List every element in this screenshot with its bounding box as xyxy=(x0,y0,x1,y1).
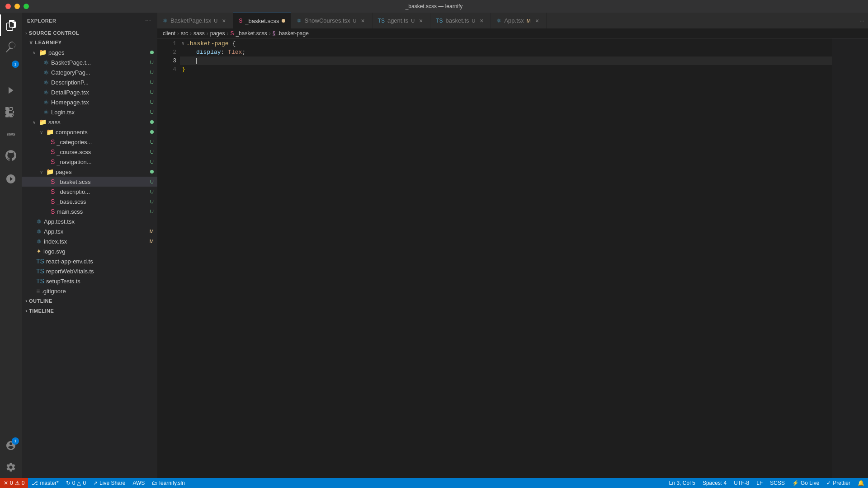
folder-components[interactable]: ∨ 📁 components xyxy=(22,127,157,137)
tsx-icon: ⚛ xyxy=(43,89,49,96)
activity-liveshare[interactable] xyxy=(0,168,22,190)
learnify-section[interactable]: ∨ LEARNIFY xyxy=(22,38,157,47)
tab-basketpage[interactable]: ⚛ BasketPage.tsx U × xyxy=(157,13,233,28)
code-line-4: } xyxy=(180,65,832,74)
file-app-test[interactable]: ⚛ App.test.tsx xyxy=(22,216,157,226)
status-liveshare[interactable]: ↗ Live Share xyxy=(90,478,129,488)
file-main-scss[interactable]: S main.scss U xyxy=(22,206,157,216)
source-control-section[interactable]: › SOURCE CONTROL xyxy=(22,28,157,38)
folder-sass-pages[interactable]: ∨ 📁 pages xyxy=(22,167,157,177)
breadcrumb-sass[interactable]: sass xyxy=(193,30,205,37)
activity-github[interactable] xyxy=(0,145,22,166)
folder-pages[interactable]: ∨ 📁 pages xyxy=(22,47,157,57)
file-homepage[interactable]: ⚛ Homepage.tsx U xyxy=(22,97,157,107)
file-categories[interactable]: S _categories... U xyxy=(22,137,157,147)
prop-display: display xyxy=(196,48,221,56)
course-badge: U xyxy=(150,149,154,155)
tab-showcourses[interactable]: ⚛ ShowCourses.tsx U × xyxy=(291,13,372,28)
scss-icon: S xyxy=(51,138,55,145)
file-categorypage[interactable]: ⚛ CategoryPag... U xyxy=(22,67,157,77)
error-count: 0 xyxy=(10,480,13,486)
components-dot xyxy=(150,130,154,134)
activity-account[interactable]: 1 xyxy=(0,435,22,456)
status-notification[interactable]: 🔔 xyxy=(854,478,868,488)
timeline-section[interactable]: › TIMELINE xyxy=(22,306,157,316)
file-report-web-vitals[interactable]: TS reportWebVitals.ts xyxy=(22,266,157,276)
status-errors-warnings[interactable]: ✕ 0 ⚠ 0 xyxy=(0,478,28,488)
file-basket-scss[interactable]: S _basket.scss U xyxy=(22,177,157,187)
tab-showcourses-close[interactable]: × xyxy=(359,17,367,24)
report-web-vitals-name: reportWebVitals.ts xyxy=(46,268,157,275)
file-detailpage[interactable]: ⚛ DetailPage.tsx U xyxy=(22,87,157,97)
tab-app-tsx[interactable]: ⚛ App.tsx M × xyxy=(491,13,547,28)
description-scss-badge: U xyxy=(150,189,154,194)
tab-basket-ts[interactable]: TS basket.ts U × xyxy=(430,13,491,28)
status-language[interactable]: SCSS xyxy=(766,478,788,488)
tab-basket-ts-close[interactable]: × xyxy=(478,17,485,24)
breadcrumb-src[interactable]: src xyxy=(181,30,188,37)
activity-settings[interactable] xyxy=(0,456,22,478)
file-base-scss[interactable]: S _base.scss U xyxy=(22,197,157,206)
status-line-ending[interactable]: LF xyxy=(753,478,766,488)
react-app-env-name: react-app-env.d.ts xyxy=(46,258,157,265)
tab-more-button[interactable]: ··· xyxy=(856,13,868,28)
code-content[interactable]: ∨ .basket-page { display : flex ; } xyxy=(180,38,832,478)
pages-folder-icon: 📁 xyxy=(39,49,47,56)
activity-search[interactable] xyxy=(0,36,22,58)
file-react-app-env[interactable]: TS react-app-env.d.ts xyxy=(22,256,157,266)
breadcrumb-file[interactable]: _basket.scss xyxy=(236,30,267,37)
status-golive[interactable]: ⚡ Go Live xyxy=(788,478,823,488)
activity-run[interactable] xyxy=(0,80,22,101)
tab-app-tsx-modified: M xyxy=(527,18,531,23)
outline-section[interactable]: › OUTLINE xyxy=(22,296,157,306)
activity-extensions[interactable] xyxy=(0,101,22,123)
file-setup-tests[interactable]: TS setupTests.ts xyxy=(22,276,157,286)
status-spaces[interactable]: Spaces: 4 xyxy=(699,478,730,488)
tab-showcourses-modified: U xyxy=(353,18,357,23)
tab-basketpage-close[interactable]: × xyxy=(220,17,227,24)
liveshare-icon: ↗ xyxy=(93,480,98,486)
status-aws[interactable]: AWS xyxy=(129,478,148,488)
breadcrumb-pages[interactable]: pages xyxy=(210,30,225,37)
activity-source-control[interactable]: 1 xyxy=(0,58,22,80)
file-logo-svg[interactable]: ✦ logo.svg xyxy=(22,246,157,256)
sass-dot xyxy=(150,120,154,124)
sass-chevron: ∨ xyxy=(33,120,38,125)
status-branch[interactable]: ⎇ master* xyxy=(28,478,62,488)
file-gitignore[interactable]: ≡ .gitignore xyxy=(22,286,157,296)
status-prettier[interactable]: ✓ Prettier xyxy=(823,478,854,488)
file-descriptionpage[interactable]: ⚛ DescriptionP... U xyxy=(22,77,157,87)
breadcrumb-selector[interactable]: .basket-page xyxy=(277,30,308,37)
file-app-tsx[interactable]: ⚛ App.tsx M xyxy=(22,226,157,236)
breadcrumb-file-icon: S xyxy=(230,30,234,37)
folder-sass[interactable]: ∨ 📁 sass xyxy=(22,117,157,127)
file-description-scss[interactable]: S _descriptio... U xyxy=(22,187,157,197)
tab-agent-close[interactable]: × xyxy=(417,17,425,24)
status-position[interactable]: Ln 3, Col 5 xyxy=(665,478,699,488)
close-button[interactable] xyxy=(5,4,11,9)
file-login[interactable]: ⚛ Login.tsx U xyxy=(22,107,157,117)
tab-agent[interactable]: TS agent.ts U × xyxy=(373,13,431,28)
tsx-icon: ⚛ xyxy=(36,228,42,235)
more-icon[interactable]: ··· xyxy=(144,16,152,26)
status-workspace[interactable]: 🗂 learnify.sln xyxy=(148,478,188,488)
maximize-button[interactable] xyxy=(24,4,29,9)
fold-arrow-1[interactable]: ∨ xyxy=(182,39,184,48)
activity-files[interactable] xyxy=(0,14,22,36)
tab-app-tsx-close[interactable]: × xyxy=(533,17,541,24)
file-basketpage[interactable]: ⚛ BasketPage.t... U xyxy=(22,57,157,67)
scss-icon: S xyxy=(51,178,55,185)
file-index-tsx[interactable]: ⚛ index.tsx M xyxy=(22,236,157,246)
breadcrumb-client[interactable]: client xyxy=(163,30,175,37)
status-encoding[interactable]: UTF-8 xyxy=(730,478,753,488)
activity-aws[interactable]: aws xyxy=(0,123,22,145)
status-left: ✕ 0 ⚠ 0 ⎇ master* ↻ 0 △ 0 ↗ Live Share A… xyxy=(0,478,189,488)
content-area: ⚛ BasketPage.tsx U × S _basket.scss ⚛ Sh… xyxy=(157,13,868,478)
minimize-button[interactable] xyxy=(14,4,20,9)
file-navigation[interactable]: S _navigation... U xyxy=(22,157,157,167)
tab-basket-scss[interactable]: S _basket.scss xyxy=(233,13,291,28)
status-sync[interactable]: ↻ 0 △ 0 xyxy=(62,478,90,488)
file-course[interactable]: S _course.scss U xyxy=(22,147,157,157)
course-name: _course.scss xyxy=(57,149,150,155)
code-line-3[interactable] xyxy=(180,56,832,65)
